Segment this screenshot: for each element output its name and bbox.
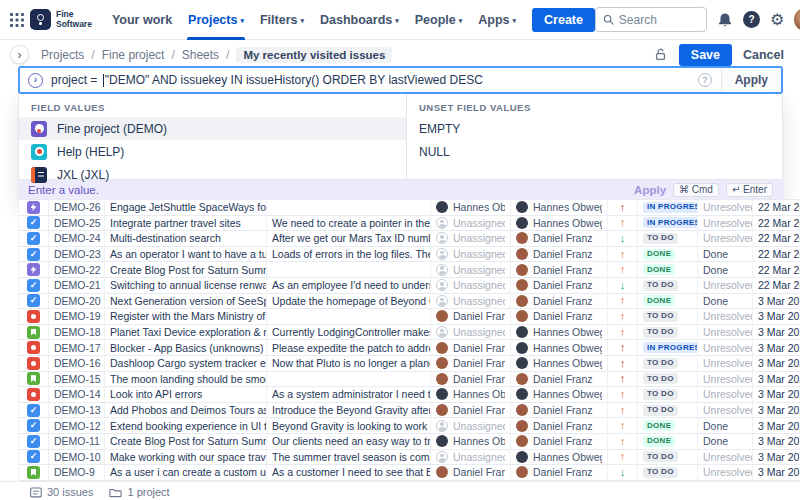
assignee-cell[interactable]: Unassigned [431, 294, 511, 309]
priority-cell[interactable]: ↑ [608, 262, 638, 277]
nav-item-apps[interactable]: Apps▾ [470, 0, 524, 40]
assignee-cell[interactable]: Hannes Obweger [431, 434, 511, 449]
status-cell[interactable]: TO DO [638, 387, 698, 402]
issue-type-cell[interactable]: ✓ [19, 434, 49, 449]
resolution-cell[interactable]: Unresolved [698, 450, 753, 465]
description-cell[interactable]: Update the homepage of Beyond Gravity ..… [267, 294, 431, 309]
issue-type-cell[interactable] [19, 387, 49, 402]
reporter-cell[interactable]: Hannes Obweger [511, 200, 608, 215]
description-cell[interactable]: As a system administrator I need to revi… [267, 387, 431, 402]
reporter-cell[interactable]: Daniel Franz [511, 434, 608, 449]
breadcrumb-link[interactable]: Fine project [102, 48, 165, 62]
resolution-cell[interactable]: Done [698, 294, 753, 309]
notifications-bell-icon[interactable] [717, 12, 733, 28]
table-row[interactable]: DEMO-18Planet Taxi Device exploration & … [19, 325, 800, 341]
reporter-cell[interactable]: Daniel Franz [511, 403, 608, 418]
assignee-cell[interactable]: Unassigned [431, 216, 511, 231]
reporter-cell[interactable]: Daniel Franz [511, 372, 608, 387]
table-row[interactable]: ✓DEMO-20Next Generation version of SeeSp… [19, 294, 800, 310]
summary-cell[interactable]: Add Phobos and Deimos Tours as a Prefe..… [105, 403, 267, 418]
assignee-cell[interactable]: Hannes Obweger [431, 387, 511, 402]
issue-type-cell[interactable]: ✓ [19, 216, 49, 231]
priority-cell[interactable]: ↓ [608, 231, 638, 246]
issue-type-cell[interactable] [19, 465, 49, 480]
unset-value-option[interactable]: EMPTY [407, 117, 782, 140]
issue-key-cell[interactable]: DEMO-25 [49, 216, 105, 231]
status-cell[interactable]: DONE [638, 434, 698, 449]
issue-key-cell[interactable]: DEMO-17 [49, 340, 105, 355]
reporter-cell[interactable]: Hannes Obweger [511, 216, 608, 231]
resolution-cell[interactable]: Unresolved [698, 340, 753, 355]
updated-date-cell[interactable]: 22 Mar 20 [753, 262, 800, 277]
description-cell[interactable]: We need to create a pointer in the main.… [267, 216, 431, 231]
priority-cell[interactable]: ↑ [608, 450, 638, 465]
updated-date-cell[interactable]: 3 Mar 202 [753, 387, 800, 402]
updated-date-cell[interactable]: 22 Mar 20 [753, 231, 800, 246]
breadcrumb-link[interactable]: Projects [41, 48, 84, 62]
reporter-cell[interactable]: Hannes Obweger [511, 356, 608, 371]
status-cell[interactable]: TO DO [638, 403, 698, 418]
resolution-cell[interactable]: Unresolved [698, 216, 753, 231]
apply-button[interactable]: Apply [721, 68, 781, 92]
table-row[interactable]: ✓DEMO-13Add Phobos and Deimos Tours as a… [19, 403, 800, 419]
nav-item-filters[interactable]: Filters▾ [252, 0, 312, 40]
issue-type-cell[interactable] [19, 309, 49, 324]
updated-date-cell[interactable]: 3 Mar 202 [753, 450, 800, 465]
issue-key-cell[interactable]: DEMO-21 [49, 278, 105, 293]
summary-cell[interactable]: Engage JetShuttle SpaceWays for short d.… [105, 200, 267, 215]
description-cell[interactable]: Introduce the Beyond Gravity after launc… [267, 403, 431, 418]
jql-input-bar[interactable]: › project = "DEMO" AND issuekey IN issue… [18, 66, 783, 94]
issue-key-cell[interactable]: DEMO-13 [49, 403, 105, 418]
priority-cell[interactable]: ↑ [608, 418, 638, 433]
nav-item-people[interactable]: People▾ [407, 0, 471, 40]
assignee-cell[interactable]: Unassigned [431, 278, 511, 293]
description-cell[interactable]: Beyond Gravity is looking to work with a… [267, 418, 431, 433]
assignee-cell[interactable]: Daniel Franz [431, 356, 511, 371]
summary-cell[interactable]: Switching to annual license renwal for X… [105, 278, 267, 293]
table-row[interactable]: DEMO-17Blocker - App Basics (unknowns)Pl… [19, 340, 800, 356]
summary-cell[interactable]: Register with the Mars Ministry of Reven… [105, 309, 267, 324]
status-cell[interactable]: TO DO [638, 450, 698, 465]
resolution-cell[interactable]: Unresolved [698, 278, 753, 293]
jql-query-text[interactable]: project = "DEMO" AND issuekey IN issueHi… [43, 73, 698, 87]
syntax-help-icon[interactable]: ? [698, 73, 712, 87]
reporter-cell[interactable]: Daniel Franz [511, 418, 608, 433]
issue-type-cell[interactable] [19, 356, 49, 371]
table-row[interactable]: DEMO-16Dashloop Cargo system tracker ema… [19, 356, 800, 372]
issue-key-cell[interactable]: DEMO-18 [49, 325, 105, 340]
priority-cell[interactable]: ↑ [608, 387, 638, 402]
updated-date-cell[interactable]: 22 Mar 20 [753, 200, 800, 215]
description-cell[interactable] [267, 309, 431, 324]
summary-cell[interactable]: Next Generation version of SeeSpaceEZ t.… [105, 294, 267, 309]
issue-key-cell[interactable]: DEMO-15 [49, 372, 105, 387]
issue-type-cell[interactable] [19, 340, 49, 355]
status-cell[interactable]: TO DO [638, 325, 698, 340]
issue-key-cell[interactable]: DEMO-23 [49, 247, 105, 262]
priority-cell[interactable]: ↑ [608, 356, 638, 371]
issue-key-cell[interactable]: DEMO-9 [49, 465, 105, 480]
reporter-cell[interactable]: Daniel Franz [511, 247, 608, 262]
updated-date-cell[interactable]: 3 Mar 202 [753, 340, 800, 355]
priority-cell[interactable]: ↑ [608, 340, 638, 355]
updated-date-cell[interactable]: 3 Mar 202 [753, 434, 800, 449]
assignee-cell[interactable]: Unassigned [431, 450, 511, 465]
status-cell[interactable]: TO DO [638, 231, 698, 246]
description-cell[interactable]: The summer travel season is coming up a.… [267, 450, 431, 465]
nav-item-projects[interactable]: Projects▾ [180, 0, 252, 40]
issue-key-cell[interactable]: DEMO-12 [49, 418, 105, 433]
lock-icon[interactable] [653, 47, 668, 62]
updated-date-cell[interactable]: 22 Mar 20 [753, 216, 800, 231]
priority-cell[interactable]: ↑ [608, 247, 638, 262]
create-button[interactable]: Create [532, 8, 595, 32]
reporter-cell[interactable]: Daniel Franz [511, 465, 608, 480]
reporter-cell[interactable]: Daniel Franz [511, 309, 608, 324]
reporter-cell[interactable]: Hannes Obweger [511, 387, 608, 402]
issue-type-cell[interactable]: ✓ [19, 247, 49, 262]
cancel-button[interactable]: Cancel [743, 48, 784, 62]
assignee-cell[interactable]: Hannes Obweger [431, 200, 511, 215]
unset-value-option[interactable]: NULL [407, 140, 782, 163]
issue-key-cell[interactable]: DEMO-24 [49, 231, 105, 246]
issue-type-cell[interactable]: ✓ [19, 294, 49, 309]
issue-key-cell[interactable]: DEMO-22 [49, 262, 105, 277]
summary-cell[interactable]: Extend booking experience in UI to inclu… [105, 418, 267, 433]
